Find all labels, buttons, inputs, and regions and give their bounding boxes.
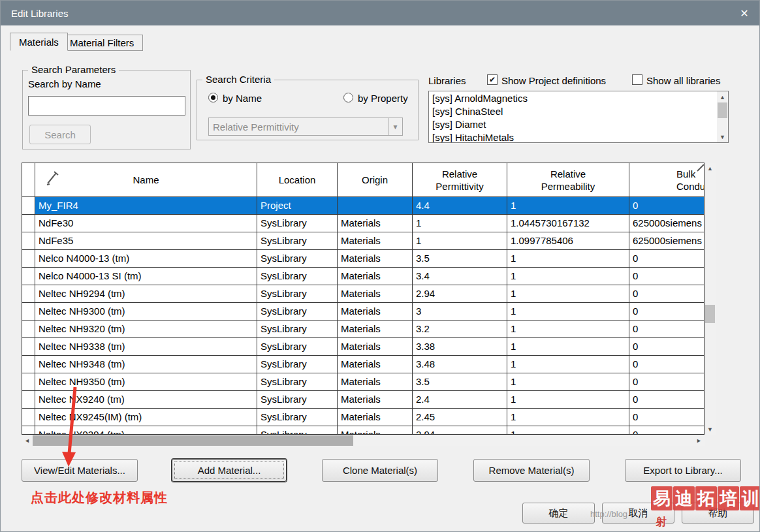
- relative-permittivity-cell[interactable]: 1: [413, 232, 507, 250]
- table-row[interactable]: Neltec NX9240 (tm)SysLibraryMaterials2.4…: [22, 391, 704, 409]
- show-project-checkbox[interactable]: ✔: [487, 74, 498, 85]
- scroll-down-icon[interactable]: ▼: [717, 131, 728, 142]
- by-name-radio[interactable]: [208, 93, 218, 102]
- location-cell[interactable]: SysLibrary: [257, 268, 338, 285]
- name-cell[interactable]: Neltec NX9245(IM) (tm): [35, 409, 257, 426]
- library-item[interactable]: [sys] HitachiMetals: [429, 131, 717, 143]
- scroll-left-icon[interactable]: ◄: [22, 435, 33, 446]
- relative-permittivity-cell[interactable]: 3: [413, 303, 507, 321]
- table-row[interactable]: Neltec NH9338 (tm)SysLibraryMaterials3.3…: [22, 338, 704, 356]
- relative-permeability-cell[interactable]: 1: [507, 250, 629, 268]
- location-cell[interactable]: SysLibrary: [257, 356, 338, 373]
- name-cell[interactable]: Neltec NX9294 (tm): [35, 426, 257, 435]
- location-cell[interactable]: SysLibrary: [257, 391, 338, 409]
- property-dropdown[interactable]: Relative Permittivity ▼: [208, 117, 403, 136]
- relative-permeability-cell[interactable]: 1: [507, 197, 629, 215]
- table-row[interactable]: NdFe30SysLibraryMaterials11.044573016713…: [22, 215, 704, 232]
- origin-cell[interactable]: Materials: [338, 391, 413, 409]
- row-selector-header-cell[interactable]: [22, 163, 35, 197]
- relative-permittivity-cell[interactable]: 1: [413, 215, 507, 232]
- libraries-listbox[interactable]: [sys] ArnoldMagnetics[sys] ChinaSteel[sy…: [428, 91, 729, 143]
- name-cell[interactable]: Neltec NH9350 (tm): [35, 373, 257, 391]
- search-button[interactable]: Search: [29, 125, 91, 144]
- tab-materials[interactable]: Materials: [10, 33, 68, 51]
- bulk-conductivity-cell[interactable]: 0: [629, 338, 705, 356]
- location-cell[interactable]: SysLibrary: [257, 232, 338, 250]
- name-cell[interactable]: Nelco N4000-13 SI (tm): [35, 268, 257, 285]
- table-row[interactable]: Nelco N4000-13 SI (tm)SysLibraryMaterial…: [22, 268, 704, 285]
- row-selector-cell[interactable]: [22, 373, 35, 391]
- name-header-cell[interactable]: Name: [35, 163, 257, 197]
- location-cell[interactable]: SysLibrary: [257, 215, 338, 232]
- library-item[interactable]: [sys] Diamet: [429, 118, 717, 131]
- relative-permeability-cell[interactable]: 1: [507, 285, 629, 303]
- row-selector-cell[interactable]: [22, 250, 35, 268]
- origin-cell[interactable]: Materials: [338, 215, 413, 232]
- relative-permeability-cell[interactable]: 1: [507, 268, 629, 285]
- origin-cell[interactable]: Materials: [338, 250, 413, 268]
- relative-permittivity-cell[interactable]: 2.4: [413, 391, 507, 409]
- name-cell[interactable]: Neltec NH9348 (tm): [35, 356, 257, 373]
- tab-material-filters[interactable]: Material Filters: [61, 35, 143, 51]
- bulk-conductivity-cell[interactable]: 0: [629, 303, 705, 321]
- scrollbar-thumb[interactable]: [705, 305, 715, 323]
- origin-header-cell[interactable]: Origin: [338, 163, 413, 197]
- origin-cell[interactable]: Materials: [338, 356, 413, 373]
- location-cell[interactable]: SysLibrary: [257, 409, 338, 426]
- origin-cell[interactable]: Materials: [338, 232, 413, 250]
- relative-permeability-cell[interactable]: 1.0445730167132: [507, 215, 629, 232]
- relative-permittivity-cell[interactable]: 3.2: [413, 321, 507, 338]
- row-selector-cell[interactable]: [22, 232, 35, 250]
- location-cell[interactable]: SysLibrary: [257, 373, 338, 391]
- origin-cell[interactable]: Materials: [338, 409, 413, 426]
- relative-permeability-cell[interactable]: 1.0997785406: [507, 232, 629, 250]
- libraries-scrollbar[interactable]: ▲ ▼: [717, 91, 728, 142]
- bulk-conductivity-cell[interactable]: 0: [629, 250, 705, 268]
- name-cell[interactable]: Neltec NH9338 (tm): [35, 338, 257, 356]
- name-cell[interactable]: Neltec NX9240 (tm): [35, 391, 257, 409]
- table-row[interactable]: Neltec NH9348 (tm)SysLibraryMaterials3.4…: [22, 356, 704, 373]
- bulk-conductivity-cell[interactable]: 625000siemens: [629, 215, 705, 232]
- location-cell[interactable]: SysLibrary: [257, 250, 338, 268]
- location-cell[interactable]: SysLibrary: [257, 426, 338, 435]
- origin-cell[interactable]: Materials: [338, 268, 413, 285]
- row-selector-cell[interactable]: [22, 409, 35, 426]
- relative-permeability-cell[interactable]: 1: [507, 356, 629, 373]
- bulk-conductivity-cell[interactable]: 0: [629, 409, 705, 426]
- relative-permeability-cell[interactable]: 1: [507, 391, 629, 409]
- relative-permittivity-header-cell[interactable]: Relative Permittivity: [413, 163, 507, 197]
- bulk-conductivity-header-cell[interactable]: Bulk Conduct: [629, 163, 705, 197]
- add-material-button[interactable]: Add Material...: [172, 459, 287, 482]
- view-edit-materials-button[interactable]: View/Edit Materials...: [22, 459, 138, 482]
- location-cell[interactable]: SysLibrary: [257, 338, 338, 356]
- bulk-conductivity-cell[interactable]: 0: [629, 391, 705, 409]
- table-vertical-scrollbar[interactable]: ▲ ▼: [705, 163, 716, 435]
- table-horizontal-scrollbar[interactable]: ◄ ►: [22, 435, 705, 446]
- table-row[interactable]: My_FIR4Project4.410: [22, 197, 704, 215]
- scroll-right-icon[interactable]: ►: [693, 435, 705, 446]
- bulk-conductivity-cell[interactable]: 0: [629, 373, 705, 391]
- row-selector-cell[interactable]: [22, 285, 35, 303]
- scroll-down-icon[interactable]: ▼: [705, 424, 716, 435]
- library-item[interactable]: [sys] ChinaSteel: [429, 105, 717, 118]
- scroll-up-icon[interactable]: ▲: [717, 91, 728, 102]
- search-input[interactable]: [28, 96, 185, 116]
- location-cell[interactable]: SysLibrary: [257, 321, 338, 338]
- relative-permeability-cell[interactable]: 1: [507, 321, 629, 338]
- bulk-conductivity-cell[interactable]: 0: [629, 197, 705, 215]
- scroll-up-icon[interactable]: ▲: [705, 163, 716, 174]
- name-cell[interactable]: NdFe35: [35, 232, 257, 250]
- row-selector-cell[interactable]: [22, 197, 35, 215]
- relative-permeability-header-cell[interactable]: Relative Permeability: [507, 163, 629, 197]
- bulk-conductivity-cell[interactable]: 0: [629, 321, 705, 338]
- relative-permittivity-cell[interactable]: 3.4: [413, 268, 507, 285]
- relative-permittivity-cell[interactable]: 3.48: [413, 356, 507, 373]
- row-selector-cell[interactable]: [22, 303, 35, 321]
- name-cell[interactable]: NdFe30: [35, 215, 257, 232]
- relative-permeability-cell[interactable]: 1: [507, 303, 629, 321]
- row-selector-cell[interactable]: [22, 268, 35, 285]
- row-selector-cell[interactable]: [22, 321, 35, 338]
- show-all-libraries-checkbox[interactable]: ✔: [632, 74, 642, 85]
- row-selector-cell[interactable]: [22, 356, 35, 373]
- by-property-radio[interactable]: [343, 93, 353, 102]
